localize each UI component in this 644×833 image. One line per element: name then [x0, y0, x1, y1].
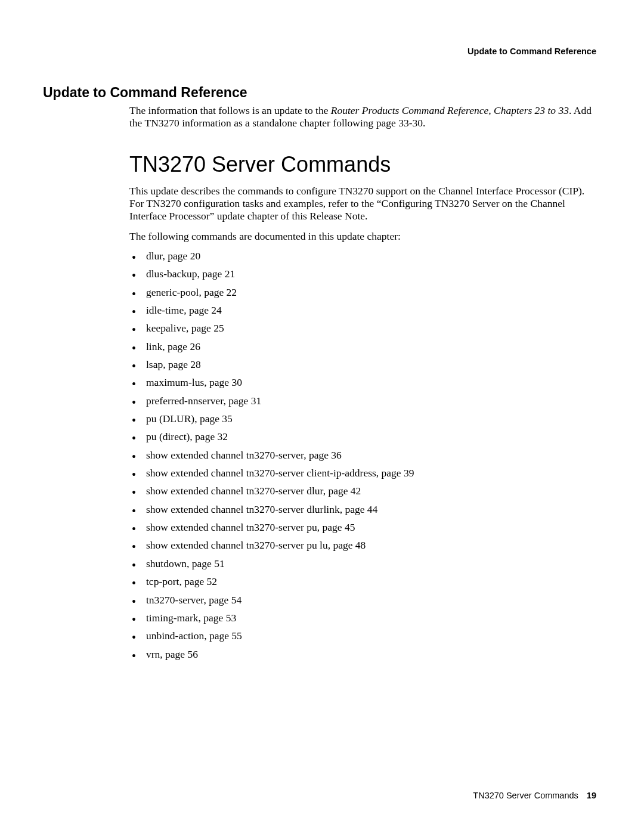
footer-title: TN3270 Server Commands: [473, 791, 578, 800]
bullet-icon: •: [132, 487, 136, 498]
content-block: The information that follows is an updat…: [129, 104, 596, 661]
list-item: •tcp-port, page 52: [129, 575, 596, 588]
bullet-icon: •: [132, 414, 136, 426]
intro-prefix: The information that follows is an updat…: [129, 104, 331, 116]
bullet-icon: •: [132, 342, 136, 354]
list-item: •preferred-nnserver, page 31: [129, 395, 596, 407]
footer-page-number: 19: [587, 791, 596, 800]
bullet-icon: •: [132, 523, 136, 535]
list-item: •link, page 26: [129, 340, 596, 353]
list-item-label: show extended channel tn3270-server pu, …: [146, 521, 355, 533]
page: Update to Command Reference Update to Co…: [0, 0, 644, 833]
bullet-icon: •: [132, 252, 136, 264]
page-footer: TN3270 Server Commands 19: [473, 791, 596, 800]
bullet-icon: •: [132, 559, 136, 571]
list-item-label: dlus-backup, page 21: [146, 268, 235, 280]
list-item: •show extended channel tn3270-server, pa…: [129, 449, 596, 462]
list-item: •timing-mark, page 53: [129, 612, 596, 624]
bullet-icon: •: [132, 505, 136, 517]
list-item-label: link, page 26: [146, 340, 200, 352]
paragraph-2: The following commands are documented in…: [129, 230, 596, 243]
list-item: •pu (DLUR), page 35: [129, 413, 596, 425]
list-item: •dlus-backup, page 21: [129, 268, 596, 280]
list-item: •vrn, page 56: [129, 648, 596, 661]
list-item-label: shutdown, page 51: [146, 558, 225, 569]
bullet-icon: •: [132, 432, 136, 444]
list-item-label: tcp-port, page 52: [146, 575, 217, 587]
list-item: •tn3270-server, page 54: [129, 594, 596, 606]
bullet-icon: •: [132, 324, 136, 336]
list-item: •idle-time, page 24: [129, 304, 596, 317]
bullet-icon: •: [132, 360, 136, 372]
bullet-icon: •: [132, 270, 136, 281]
paragraph-1: This update describes the commands to co…: [129, 185, 596, 223]
bullet-icon: •: [132, 288, 136, 300]
command-list: •dlur, page 20•dlus-backup, page 21•gene…: [129, 250, 596, 661]
bullet-icon: •: [132, 650, 136, 662]
list-item: •show extended channel tn3270-server cli…: [129, 467, 596, 479]
list-item: •lsap, page 28: [129, 358, 596, 371]
list-item-label: show extended channel tn3270-server dlur…: [146, 485, 361, 497]
list-item: •dlur, page 20: [129, 250, 596, 262]
bullet-icon: •: [132, 469, 136, 481]
list-item: •show extended channel tn3270-server dlu…: [129, 485, 596, 497]
list-item-label: preferred-nnserver, page 31: [146, 395, 261, 407]
list-item-label: show extended channel tn3270-server, pag…: [146, 449, 342, 461]
bullet-icon: •: [132, 378, 136, 390]
bullet-icon: •: [132, 614, 136, 625]
list-item-label: show extended channel tn3270-server pu l…: [146, 539, 366, 551]
list-item-label: dlur, page 20: [146, 250, 200, 262]
bullet-icon: •: [132, 306, 136, 318]
bullet-icon: •: [132, 451, 136, 463]
list-item: •unbind-action, page 55: [129, 630, 596, 642]
list-item: •generic-pool, page 22: [129, 286, 596, 299]
list-item-label: show extended channel tn3270-server dlur…: [146, 503, 377, 515]
list-item-label: tn3270-server, page 54: [146, 594, 242, 606]
section-heading: Update to Command Reference: [43, 85, 596, 101]
intro-italic: Router Products Command Reference, Chapt…: [331, 104, 569, 116]
list-item-label: idle-time, page 24: [146, 304, 222, 316]
running-header: Update to Command Reference: [467, 47, 596, 56]
list-item-label: generic-pool, page 22: [146, 286, 237, 298]
bullet-icon: •: [132, 631, 136, 643]
list-item-label: pu (direct), page 32: [146, 431, 228, 442]
list-item-label: maximum-lus, page 30: [146, 376, 242, 388]
list-item-label: unbind-action, page 55: [146, 630, 242, 642]
list-item-label: show extended channel tn3270-server clie…: [146, 467, 414, 479]
list-item: •keepalive, page 25: [129, 322, 596, 335]
intro-paragraph: The information that follows is an updat…: [129, 104, 596, 130]
list-item-label: timing-mark, page 53: [146, 612, 236, 624]
bullet-icon: •: [132, 397, 136, 408]
list-item: •show extended channel tn3270-server pu …: [129, 539, 596, 552]
list-item: •maximum-lus, page 30: [129, 376, 596, 389]
list-item: •show extended channel tn3270-server pu,…: [129, 521, 596, 534]
bullet-icon: •: [132, 541, 136, 553]
bullet-icon: •: [132, 577, 136, 589]
list-item: •pu (direct), page 32: [129, 431, 596, 443]
list-item-label: vrn, page 56: [146, 648, 198, 660]
chapter-title: TN3270 Server Commands: [129, 151, 596, 178]
list-item: •show extended channel tn3270-server dlu…: [129, 503, 596, 516]
list-item-label: keepalive, page 25: [146, 322, 224, 334]
list-item-label: pu (DLUR), page 35: [146, 413, 233, 425]
list-item-label: lsap, page 28: [146, 358, 201, 370]
bullet-icon: •: [132, 596, 136, 608]
list-item: •shutdown, page 51: [129, 558, 596, 570]
